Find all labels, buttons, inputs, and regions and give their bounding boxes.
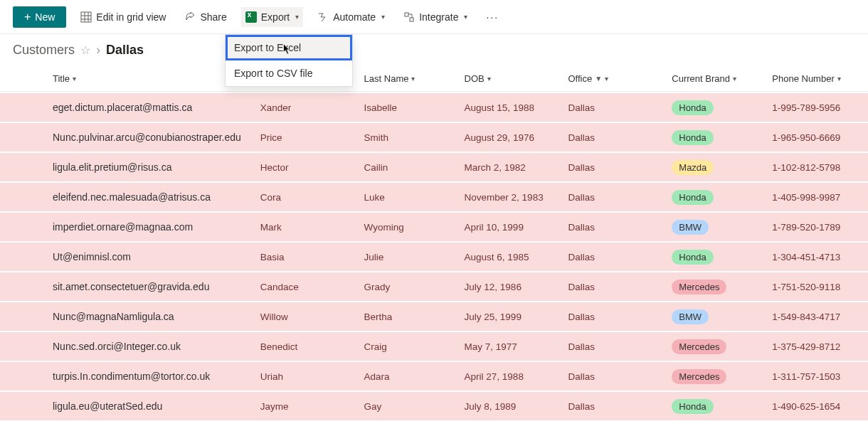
export-button[interactable]: Export ▾ <box>241 7 303 27</box>
export-to-csv-item[interactable]: Export to CSV file <box>226 60 352 86</box>
cell-dob: August 6, 1985 <box>465 252 568 262</box>
brand-pill: BMW <box>672 220 709 235</box>
cell-brand: Mercedes <box>672 339 772 354</box>
export-to-excel-item[interactable]: Export to Excel <box>226 35 352 60</box>
column-header-dob[interactable]: DOB▾ <box>465 73 568 84</box>
integrate-icon <box>403 11 415 23</box>
table-row[interactable]: imperdiet.ornare@magnaa.comMarkWyomingAp… <box>0 211 868 241</box>
chevron-down-icon: ▾ <box>487 75 491 83</box>
more-button[interactable]: ··· <box>482 7 503 27</box>
column-label: Current Brand <box>672 73 730 84</box>
new-button-label: New <box>35 11 55 23</box>
cell-title: ligula.elit.pretium@risus.ca <box>53 161 260 173</box>
table-row[interactable]: ligula.eu@uteratSed.eduJaymeGayJuly 8, 1… <box>0 390 868 420</box>
column-header-office[interactable]: Office ▼ ▾ <box>568 73 672 84</box>
cell-dob: November 2, 1983 <box>465 192 568 203</box>
table-row[interactable]: turpis.In.condimentum@tortor.co.ukUriahA… <box>0 361 868 390</box>
table-row[interactable]: Nunc.pulvinar.arcu@conubianostraper.eduP… <box>0 122 868 152</box>
new-button[interactable]: + New <box>13 6 66 28</box>
cell-last: Cailin <box>364 162 465 173</box>
cell-last: Grady <box>364 282 465 292</box>
cell-dob: July 12, 1986 <box>465 282 568 292</box>
cell-brand: BMW <box>672 309 772 324</box>
edit-grid-button[interactable]: Edit in grid view <box>76 7 170 27</box>
breadcrumb-leaf: Dallas <box>106 43 144 58</box>
cell-last: Craig <box>364 341 465 352</box>
cell-last: Wyoming <box>364 222 465 233</box>
column-header-last[interactable]: Last Name▾ <box>364 73 465 84</box>
cell-office: Dallas <box>568 282 672 292</box>
cell-first: Xander <box>260 102 364 113</box>
cell-brand: Honda <box>672 399 772 414</box>
cell-first: Mark <box>260 222 364 233</box>
grid-icon <box>80 11 92 23</box>
column-header-phone[interactable]: Phone Number▾ <box>772 73 855 84</box>
cell-first: Hector <box>260 162 364 173</box>
table-row[interactable]: Ut@enimnisl.comBasiaJulieAugust 6, 1985D… <box>0 241 868 271</box>
cell-office: Dallas <box>568 312 672 322</box>
cell-title: turpis.In.condimentum@tortor.co.uk <box>53 371 260 382</box>
brand-pill: Honda <box>672 130 713 145</box>
cell-first: Price <box>260 132 364 143</box>
chevron-down-icon: ▾ <box>464 13 467 21</box>
cell-phone: 1-311-757-1503 <box>772 371 855 382</box>
column-label: Last Name <box>364 73 409 84</box>
cell-last: Adara <box>364 371 465 382</box>
share-label: Share <box>200 11 226 23</box>
column-header-brand[interactable]: Current Brand▾ <box>672 73 772 84</box>
cell-dob: August 29, 1976 <box>465 132 568 143</box>
share-button[interactable]: Share <box>180 7 231 27</box>
cell-last: Luke <box>364 192 465 203</box>
cell-dob: April 10, 1999 <box>465 222 568 233</box>
cell-first: Cora <box>260 192 364 203</box>
cell-first: Basia <box>260 252 364 262</box>
cell-phone: 1-789-520-1789 <box>772 222 855 233</box>
cell-first: Benedict <box>260 341 364 352</box>
cell-last: Gay <box>364 401 465 412</box>
cell-brand: Mercedes <box>672 369 772 384</box>
share-icon <box>184 11 196 23</box>
breadcrumb: Customers ☆ › Dallas <box>0 34 868 63</box>
cell-phone: 1-490-625-1654 <box>772 401 855 412</box>
cell-title: eleifend.nec.malesuada@atrisus.ca <box>53 191 260 203</box>
table-row[interactable]: eleifend.nec.malesuada@atrisus.caCoraLuk… <box>0 181 868 211</box>
brand-pill: Honda <box>672 100 713 115</box>
svg-rect-6 <box>410 18 413 21</box>
table-row[interactable]: Nunc.sed.orci@Integer.co.ukBenedictCraig… <box>0 331 868 361</box>
star-icon[interactable]: ☆ <box>80 43 90 57</box>
cell-brand: BMW <box>672 220 772 235</box>
chevron-down-icon: ▾ <box>411 75 415 83</box>
cell-title: eget.dictum.placerat@mattis.ca <box>53 102 260 113</box>
cell-first: Jayme <box>260 401 364 412</box>
cell-brand: Mazda <box>672 160 772 175</box>
cell-brand: Honda <box>672 190 772 205</box>
chevron-down-icon: ▾ <box>381 13 385 21</box>
svg-rect-5 <box>405 13 408 16</box>
integrate-button[interactable]: Integrate ▾ <box>399 7 472 27</box>
export-dropdown: Export to Excel Export to CSV file <box>225 34 353 87</box>
plus-icon: + <box>24 11 31 23</box>
table-header: Title▾ First Name▾ Last Name▾ DOB▾ Offic… <box>0 66 868 92</box>
cell-title: sit.amet.consectetuer@gravida.edu <box>53 281 260 292</box>
breadcrumb-root[interactable]: Customers <box>13 43 75 58</box>
cell-office: Dallas <box>568 102 672 113</box>
table-row[interactable]: ligula.elit.pretium@risus.caHectorCailin… <box>0 152 868 181</box>
column-label: Phone Number <box>772 73 834 84</box>
cell-dob: August 15, 1988 <box>465 102 568 113</box>
cell-first: Candace <box>260 282 364 292</box>
table-row[interactable]: sit.amet.consectetuer@gravida.eduCandace… <box>0 271 868 301</box>
brand-pill: Honda <box>672 399 713 414</box>
automate-button[interactable]: Automate ▾ <box>313 7 389 27</box>
cell-first: Willow <box>260 312 364 322</box>
table-row[interactable]: eget.dictum.placerat@mattis.caXanderIsab… <box>0 92 868 122</box>
cell-dob: July 25, 1999 <box>465 312 568 322</box>
brand-pill: BMW <box>672 309 709 324</box>
breadcrumb-separator: › <box>96 43 100 58</box>
brand-pill: Mercedes <box>672 339 726 354</box>
integrate-label: Integrate <box>419 11 458 23</box>
edit-grid-label: Edit in grid view <box>96 11 166 23</box>
table-row[interactable]: Nunc@magnaNamligula.caWillowBerthaJuly 2… <box>0 301 868 331</box>
brand-pill: Mercedes <box>672 369 726 384</box>
cell-first: Uriah <box>260 371 364 382</box>
cell-phone: 1-751-520-9118 <box>772 282 855 292</box>
